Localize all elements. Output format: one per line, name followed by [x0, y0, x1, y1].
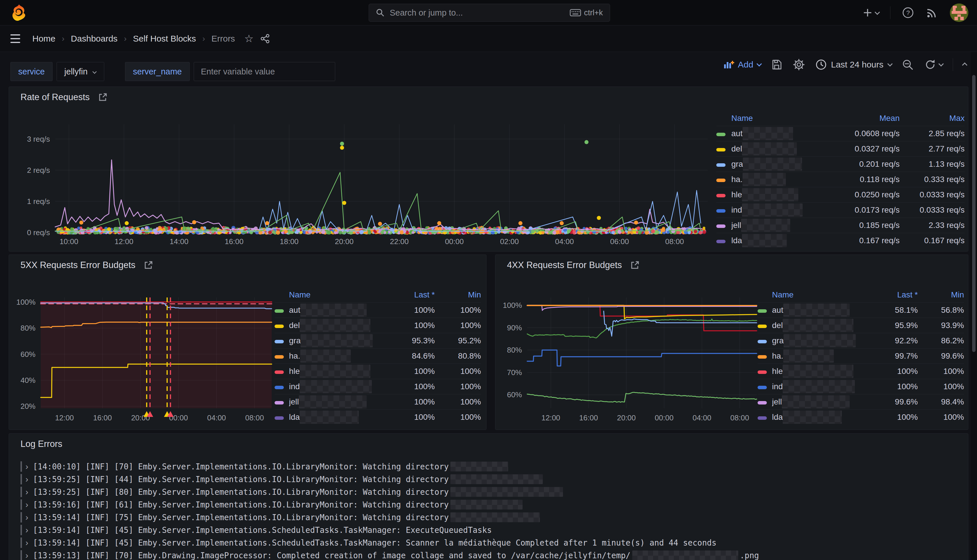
- legend-row-jell[interactable]: jell99.6%98.4%: [758, 394, 964, 409]
- help-button[interactable]: ?: [902, 7, 914, 19]
- add-new-button[interactable]: [863, 8, 878, 18]
- refresh-icon: [924, 58, 936, 71]
- legend-row-ha[interactable]: ha.0.118 req/s0.333 req/s: [716, 172, 965, 187]
- legend-row-del[interactable]: del0.0327 req/s2.77 req/s: [716, 141, 965, 157]
- refresh-button[interactable]: [924, 58, 942, 71]
- add-panel-icon: [723, 60, 735, 70]
- legend-row-ind[interactable]: ind0.0173 req/s0.0333 req/s: [716, 202, 965, 218]
- favorite-star-icon[interactable]: ☆: [244, 33, 254, 45]
- avatar[interactable]: [950, 3, 968, 22]
- legend-row-lda[interactable]: lda100%100%: [275, 409, 481, 425]
- expand-log-icon[interactable]: ›: [25, 550, 28, 560]
- expand-log-icon[interactable]: ›: [25, 512, 28, 522]
- chevron-down-icon: [757, 61, 762, 67]
- log-row[interactable]: ›[14:00:10] [INF] [70] Emby.Server.Imple…: [20, 460, 957, 473]
- panel-title[interactable]: 5XX Requests Error Budgets: [20, 260, 135, 270]
- panel-title[interactable]: Log Errors: [20, 439, 62, 449]
- legend-row-aut[interactable]: aut58.1%56.8%: [758, 302, 964, 318]
- variable-server-name-input[interactable]: Enter variable value: [194, 62, 335, 81]
- series-color-swatch: [716, 225, 725, 228]
- svg-text:60%: 60%: [507, 390, 522, 399]
- legend-row-jell[interactable]: jell0.185 req/s2.33 req/s: [716, 218, 965, 233]
- legend-row-hle[interactable]: hle100%100%: [275, 363, 481, 379]
- legend-row-ind[interactable]: ind100%100%: [275, 379, 481, 394]
- news-button[interactable]: [925, 7, 938, 19]
- legend-row-lda[interactable]: lda0.167 req/s0.167 req/s: [716, 233, 965, 248]
- svg-text:16:00: 16:00: [93, 413, 112, 422]
- expand-log-icon[interactable]: ›: [25, 487, 28, 497]
- log-row[interactable]: ›[13:59:14] [INF] [75] Emby.Server.Imple…: [20, 511, 957, 523]
- share-icon[interactable]: [260, 33, 270, 44]
- svg-text:60%: 60%: [20, 350, 35, 358]
- log-level-bar: [20, 474, 22, 484]
- legend-row-gra[interactable]: gra92.2%86.2%: [758, 333, 964, 348]
- legend-row-gra[interactable]: gra0.201 req/s1.13 req/s: [716, 157, 965, 172]
- variable-service-current: jellyfin: [64, 67, 88, 77]
- log-row[interactable]: ›[13:59:14] [INF] [45] Emby.Server.Imple…: [20, 536, 957, 549]
- dashboard-toolbar: Home › Dashboards › Self Host Blocks › E…: [0, 26, 977, 52]
- legend-row-lda[interactable]: lda100%100%: [758, 409, 964, 425]
- legend-row-del[interactable]: del95.9%93.9%: [758, 318, 964, 333]
- log-row[interactable]: ›[13:59:25] [INF] [44] Emby.Server.Imple…: [20, 473, 957, 485]
- chevron-down-icon: [93, 70, 97, 74]
- log-row[interactable]: ›[13:59:16] [INF] [61] Emby.Server.Imple…: [20, 498, 957, 511]
- panel-title[interactable]: 4XX Requests Error Budgets: [507, 260, 622, 270]
- legend-row-hle[interactable]: hle0.0250 req/s0.0333 req/s: [716, 187, 965, 202]
- search-icon: [376, 8, 384, 17]
- time-range-label: Last 24 hours: [831, 60, 883, 70]
- redacted-text: [450, 500, 523, 510]
- panel-title[interactable]: Rate of Requests: [20, 92, 90, 102]
- expand-log-icon[interactable]: ›: [25, 462, 28, 472]
- breadcrumb-dashboards[interactable]: Dashboards: [71, 34, 117, 43]
- breadcrumb-dashboard-name[interactable]: Self Host Blocks: [133, 34, 196, 43]
- expand-log-icon[interactable]: ›: [25, 500, 28, 510]
- svg-text:2 req/s: 2 req/s: [27, 166, 50, 175]
- redacted-text: [742, 188, 798, 202]
- expand-log-icon[interactable]: ›: [25, 538, 28, 548]
- save-dashboard-icon[interactable]: [771, 59, 782, 70]
- settings-gear-icon[interactable]: [793, 58, 805, 71]
- log-level-bar: [20, 487, 22, 497]
- series-color-swatch: [716, 178, 725, 182]
- legend-row-ind[interactable]: ind100%100%: [758, 379, 964, 394]
- add-panel-button[interactable]: Add: [723, 60, 760, 70]
- timeseries-chart-rate[interactable]: 10:0012:0014:0016:0018:0020:0022:0000:00…: [15, 112, 725, 252]
- grafana-logo[interactable]: [10, 4, 28, 22]
- svg-text:100%: 100%: [17, 298, 36, 307]
- log-row[interactable]: ›[13:59:14] [INF] [45] Emby.Server.Imple…: [20, 523, 957, 536]
- time-range-picker[interactable]: Last 24 hours: [815, 59, 891, 70]
- log-row[interactable]: ›[13:59:25] [INF] [80] Emby.Server.Imple…: [20, 485, 957, 498]
- external-link-icon[interactable]: [630, 260, 640, 270]
- series-color-swatch: [758, 370, 767, 374]
- svg-text:18:00: 18:00: [280, 237, 299, 246]
- timeseries-chart-5xx[interactable]: 12:0016:0020:0000:0004:0008:00100%80%60%…: [13, 287, 282, 427]
- page-scrollbar[interactable]: [972, 75, 975, 352]
- legend-header: NameLast *Min: [758, 287, 964, 302]
- search-input[interactable]: Search or jump to... ctrl+k: [369, 4, 610, 22]
- log-row[interactable]: ›[13:59:13] [INF] [70] Emby.Drawing.Imag…: [20, 549, 957, 560]
- legend-row-gra[interactable]: gra95.3%95.2%: [275, 333, 481, 348]
- legend-row-hle[interactable]: hle100%100%: [758, 363, 964, 379]
- legend-row-ha[interactable]: ha.84.6%80.8%: [275, 348, 481, 363]
- legend-row-aut[interactable]: aut0.0608 req/s2.85 req/s: [716, 126, 965, 141]
- expand-log-icon[interactable]: ›: [25, 525, 28, 535]
- breadcrumb-home[interactable]: Home: [32, 34, 55, 43]
- external-link-icon[interactable]: [98, 92, 108, 102]
- series-color-swatch: [275, 309, 284, 313]
- legend-row-ha[interactable]: ha.99.7%99.6%: [758, 348, 964, 363]
- zoom-out-icon[interactable]: [902, 58, 914, 71]
- svg-text:04:00: 04:00: [207, 413, 226, 422]
- legend-row-jell[interactable]: jell100%100%: [275, 394, 481, 409]
- legend-row-aut[interactable]: aut100%100%: [275, 302, 481, 318]
- collapse-toolbar-icon[interactable]: [962, 62, 967, 68]
- menu-toggle-button[interactable]: [10, 34, 20, 43]
- variable-value-service[interactable]: jellyfin: [57, 62, 105, 81]
- series-color-swatch: [275, 386, 284, 389]
- svg-text:80%: 80%: [20, 324, 35, 332]
- log-level-bar: [20, 537, 22, 548]
- svg-text:10:00: 10:00: [60, 237, 78, 246]
- external-link-icon[interactable]: [144, 260, 153, 270]
- timeseries-chart-4xx[interactable]: 12:0016:0020:0000:0004:0008:00100%90%80%…: [500, 287, 768, 427]
- legend-row-del[interactable]: del100%100%: [275, 318, 481, 333]
- expand-log-icon[interactable]: ›: [25, 474, 28, 484]
